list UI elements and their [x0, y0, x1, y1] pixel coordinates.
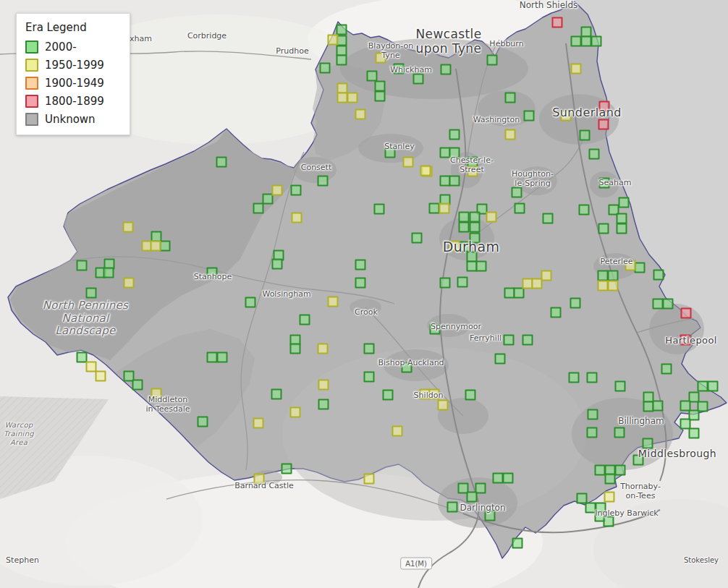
era-marker-era2000[interactable]	[318, 399, 329, 410]
era-marker-era1950[interactable]	[429, 389, 440, 400]
era-marker-era2000[interactable]	[457, 277, 468, 288]
era-marker-era2000[interactable]	[512, 187, 522, 198]
era-marker-era1950[interactable]	[571, 64, 582, 74]
map-canvas[interactable]: HexhamCorbridgePrudhoeBlaydon-on TyneWhi…	[0, 0, 728, 588]
era-marker-era2000[interactable]	[253, 203, 264, 214]
era-marker-era2000[interactable]	[661, 364, 672, 375]
era-marker-era2000[interactable]	[318, 176, 329, 187]
era-marker-era1950[interactable]	[96, 371, 106, 382]
era-marker-era2000[interactable]	[282, 464, 292, 474]
era-marker-era2000[interactable]	[569, 372, 580, 383]
era-marker-era2000[interactable]	[698, 381, 708, 392]
era-marker-era2000[interactable]	[605, 474, 616, 485]
era-marker-era2000[interactable]	[290, 344, 301, 354]
era-marker-era2000[interactable]	[355, 260, 366, 270]
era-marker-era2000[interactable]	[588, 409, 598, 420]
era-marker-era2000[interactable]	[271, 389, 282, 400]
era-marker-era2000[interactable]	[653, 299, 664, 310]
era-marker-era1950[interactable]	[124, 278, 135, 289]
era-marker-era2000[interactable]	[355, 278, 366, 289]
era-marker-era2000[interactable]	[595, 465, 606, 476]
era-marker-era2000[interactable]	[245, 297, 256, 308]
era-marker-era1950[interactable]	[254, 474, 265, 485]
era-marker-era2000[interactable]	[487, 55, 498, 66]
era-marker-era2000[interactable]	[614, 427, 625, 438]
era-marker-era1950[interactable]	[541, 270, 552, 281]
era-marker-era2000[interactable]	[465, 390, 476, 401]
era-marker-era2000[interactable]	[608, 270, 619, 281]
era-marker-era2000[interactable]	[77, 260, 88, 271]
era-marker-era1800[interactable]	[599, 101, 610, 112]
era-marker-era2000[interactable]	[470, 222, 481, 233]
era-marker-era2000[interactable]	[615, 465, 626, 476]
era-marker-era1950[interactable]	[347, 93, 358, 103]
era-marker-era1950[interactable]	[532, 278, 543, 289]
era-marker-era2000[interactable]	[449, 148, 460, 158]
era-marker-era2000[interactable]	[570, 298, 581, 309]
era-marker-era1800[interactable]	[680, 335, 691, 346]
era-marker-era2000[interactable]	[364, 372, 375, 383]
era-marker-era1950[interactable]	[392, 426, 403, 437]
era-marker-era2000[interactable]	[300, 315, 310, 325]
era-marker-era2000[interactable]	[375, 81, 386, 92]
era-marker-era2000[interactable]	[447, 502, 458, 513]
era-marker-era1950[interactable]	[318, 344, 329, 354]
era-marker-era2000[interactable]	[591, 36, 602, 47]
era-marker-era2000[interactable]	[615, 381, 626, 392]
era-marker-era1950[interactable]	[318, 380, 329, 391]
era-marker-era1950[interactable]	[272, 185, 283, 196]
era-marker-era2000[interactable]	[493, 473, 504, 484]
era-marker-era2000[interactable]	[587, 427, 598, 438]
era-marker-era1800[interactable]	[681, 308, 692, 319]
era-marker-era2000[interactable]	[367, 71, 378, 82]
era-marker-era1950[interactable]	[608, 281, 619, 291]
era-marker-era1950[interactable]	[328, 35, 339, 46]
era-marker-era1950[interactable]	[420, 166, 431, 176]
era-marker-era2000[interactable]	[441, 64, 452, 75]
era-marker-era2000[interactable]	[337, 55, 347, 66]
era-marker-era2000[interactable]	[522, 335, 533, 346]
era-marker-era2000[interactable]	[598, 270, 609, 281]
era-marker-era1950[interactable]	[337, 93, 348, 103]
era-marker-era1950[interactable]	[290, 407, 301, 418]
era-marker-era1950[interactable]	[403, 157, 414, 168]
era-marker-era2000[interactable]	[689, 428, 700, 439]
era-marker-era2000[interactable]	[505, 93, 516, 103]
era-marker-era2000[interactable]	[198, 417, 208, 427]
era-marker-era1950[interactable]	[151, 388, 162, 399]
era-marker-era1950[interactable]	[604, 492, 615, 503]
era-marker-era2000[interactable]	[216, 157, 227, 168]
era-marker-era2000[interactable]	[617, 223, 627, 234]
era-marker-era2000[interactable]	[374, 204, 385, 215]
era-marker-era2000[interactable]	[470, 212, 481, 223]
era-marker-era2000[interactable]	[571, 36, 582, 47]
era-marker-era2000[interactable]	[643, 438, 653, 449]
era-marker-era2000[interactable]	[449, 176, 460, 187]
era-marker-era1950[interactable]	[561, 111, 572, 122]
era-marker-era2000[interactable]	[524, 111, 535, 122]
era-marker-era2000[interactable]	[132, 380, 143, 391]
era-marker-era2000[interactable]	[217, 352, 228, 363]
era-marker-era2000[interactable]	[708, 381, 719, 392]
era-marker-era2000[interactable]	[430, 324, 441, 335]
era-marker-era1950[interactable]	[123, 222, 134, 233]
era-marker-era2000[interactable]	[320, 63, 331, 74]
era-marker-era2000[interactable]	[604, 516, 614, 527]
era-marker-era2000[interactable]	[581, 36, 592, 47]
era-marker-era2000[interactable]	[495, 354, 506, 365]
era-marker-era2000[interactable]	[460, 242, 470, 252]
era-marker-era2000[interactable]	[394, 64, 405, 74]
era-marker-era2000[interactable]	[337, 25, 347, 35]
era-marker-era1950[interactable]	[486, 212, 497, 223]
era-marker-era2000[interactable]	[467, 492, 478, 503]
era-marker-era2000[interactable]	[385, 148, 396, 158]
era-marker-era1800[interactable]	[598, 119, 609, 130]
era-marker-era2000[interactable]	[543, 213, 554, 224]
era-marker-era1950[interactable]	[355, 109, 366, 120]
era-marker-era1950[interactable]	[467, 166, 478, 177]
era-marker-era1950[interactable]	[598, 281, 609, 291]
era-marker-era1950[interactable]	[253, 418, 264, 429]
era-marker-era2000[interactable]	[514, 288, 525, 299]
era-marker-era2000[interactable]	[512, 538, 523, 549]
era-marker-era2000[interactable]	[476, 261, 487, 272]
